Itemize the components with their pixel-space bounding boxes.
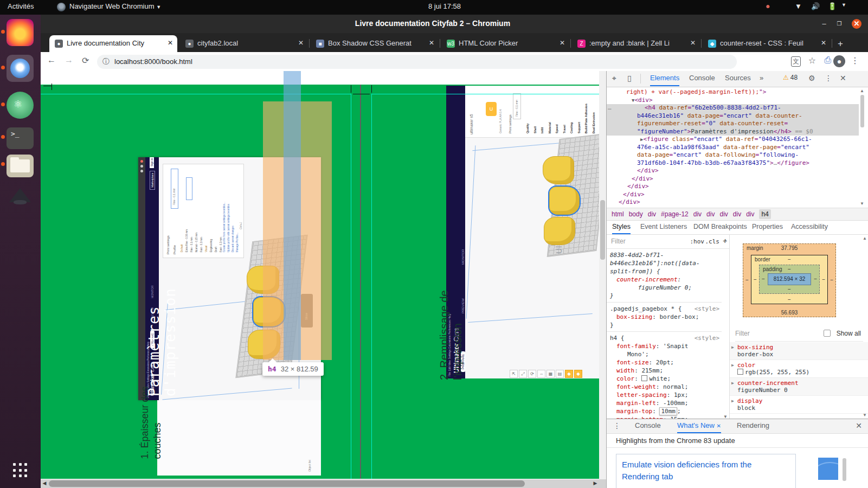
dom-line[interactable]: ▶<figure class="encart" data-ref="040432… (607, 136, 859, 144)
dom-line[interactable]: figurenumber-reset="0" data-counter-rese… (607, 120, 859, 128)
devtools-close-icon[interactable]: ✕ (840, 74, 846, 82)
model-part-selected[interactable] (549, 187, 580, 215)
breadcrumb-item-h4[interactable]: h4 (759, 209, 770, 219)
browser-tab-1[interactable]: ●cityfab2.local✕ (180, 35, 308, 52)
dom-line[interactable]: …<h4 data-ref="6b2eb500-8838-4dd2-bf71- (607, 104, 859, 112)
cura-tool-icon[interactable]: ⤢ (519, 370, 527, 378)
styles-filter-input[interactable]: Filter (611, 237, 626, 246)
profile-action-link[interactable]: Manage Profiles... (236, 233, 239, 252)
cura-signin[interactable]: Sign in (150, 157, 154, 168)
dock-chromium-icon[interactable] (7, 55, 34, 82)
address-bar[interactable]: ⓘ localhost:8000/book.html (97, 55, 737, 69)
cura-tool-icon[interactable]: ⇔ (537, 370, 545, 378)
vertical-scrollbar[interactable] (599, 71, 606, 479)
dock-files-icon[interactable] (7, 155, 34, 177)
computed-prop-counter-increment[interactable]: ▶counter-incrementfigureNumber 0 (730, 378, 868, 396)
dom-line[interactable]: </div> (607, 191, 859, 199)
boxmodel-content[interactable]: 812.594 × 32 (768, 273, 811, 285)
quality-option[interactable]: Fast - 0.2 mm (200, 237, 203, 252)
browser-tab-0[interactable]: ●Livre documentation City✕ (49, 35, 177, 52)
settings-gear-icon[interactable]: ⚙ (808, 74, 815, 82)
tab-console[interactable]: Console (689, 71, 715, 85)
computed-prop-color[interactable]: ▶colorrgb(255, 255, 255) (730, 360, 868, 378)
dock-show-applications[interactable] (13, 463, 28, 478)
restore-button[interactable]: ❐ (834, 19, 844, 29)
clock[interactable]: 8 jui 17:58 (428, 2, 461, 10)
new-tab-button[interactable]: + (838, 38, 843, 49)
tab-close-icon[interactable]: ✕ (560, 39, 565, 47)
computed-scroll-down-icon[interactable]: ▼ (862, 413, 867, 418)
browser-menu-icon[interactable]: ⋮ (851, 55, 859, 66)
cura-marketplace[interactable]: Marketplace (150, 171, 155, 190)
object-list-label[interactable]: Object list (308, 460, 311, 472)
breadcrumb-item-#page-12[interactable]: #page-12 (661, 210, 689, 218)
computed-prop-display[interactable]: ▶displayblock (730, 396, 868, 414)
boxmodel-padding[interactable]: padding − − − − 812.594 × 32 (759, 265, 820, 294)
cura-category-shell[interactable]: Shell (533, 126, 537, 133)
breadcrumb-item-div[interactable]: div (746, 210, 754, 218)
quality-option[interactable]: Engineering (210, 239, 213, 252)
cura-category-material[interactable]: Material (548, 122, 551, 133)
cura-category-support[interactable]: Support (577, 122, 581, 133)
material-chip[interactable]: U (486, 102, 497, 116)
minimize-button[interactable]: – (819, 19, 829, 29)
dom-line[interactable]: ▼<div> (607, 97, 859, 105)
cura-category-cooling[interactable]: Cooling (570, 123, 573, 133)
dom-line[interactable]: "figureNumber">Paramètres d'impression</… (607, 128, 859, 136)
drawer-tab-whats-new[interactable]: What's New ✕ (677, 419, 721, 433)
tab-elements[interactable]: Elements (650, 71, 679, 86)
profile-action-link[interactable]: Create profile from current settings/ove… (223, 202, 226, 252)
quality-option[interactable]: Fast - 0.2 mm (220, 237, 222, 252)
style-rule[interactable]: <style>h4 { font-family: 'Snapit Mono';f… (607, 332, 722, 419)
breadcrumb-item-div[interactable]: div (733, 210, 741, 218)
quality-option[interactable]: Visual (205, 246, 208, 252)
printer-name[interactable]: ultimaker s5 (470, 114, 473, 134)
print-icon[interactable]: ⎙ (824, 55, 831, 65)
breadcrumb-item-div[interactable]: div (648, 210, 656, 218)
drawer-close-icon[interactable]: ✕ (856, 421, 862, 430)
cura-tool-icon[interactable]: ⇱ (510, 370, 518, 378)
model-part[interactable] (544, 217, 575, 245)
stylesheet-origin-link[interactable]: <style> (695, 334, 719, 342)
boxmodel-border[interactable]: border − − − − padding − − − − 812.594 ×… (751, 255, 828, 304)
browser-tab-3[interactable]: w3HTML Color Picker✕ (441, 35, 569, 52)
more-tabs-icon[interactable]: » (760, 71, 763, 85)
dom-line[interactable]: </div> (607, 198, 859, 207)
dom-line[interactable]: 371df6b0-104f-47bb-b3db-e67aa3f84375">…<… (607, 159, 859, 168)
whats-new-link-card[interactable]: Emulate vision deficiencies from the Ren… (616, 454, 796, 488)
cura-tool-icon[interactable]: ▦ (546, 370, 555, 378)
tab-sources[interactable]: Sources (725, 71, 751, 85)
drawer-tab-rendering[interactable]: Rendering (737, 419, 769, 432)
tab-close-icon[interactable]: ✕ (168, 39, 173, 47)
tab-close-icon[interactable]: ✕ (429, 39, 434, 47)
tab-close-icon[interactable]: ✕ (821, 39, 826, 47)
back-button[interactable]: ← (47, 55, 56, 65)
close-button[interactable]: ✕ (852, 19, 861, 29)
show-all-checkbox[interactable] (824, 330, 831, 337)
quality-option[interactable]: Normal - 0.15 mm (195, 233, 198, 252)
profile-action-link[interactable]: Discard current changes (232, 226, 234, 252)
tab-dom-breakpoints[interactable]: DOM Breakpoints (693, 220, 747, 233)
drawer-tab-console[interactable]: Console (635, 419, 661, 432)
styles-scroll-up-icon[interactable]: ▲ (723, 236, 728, 244)
browser-tab-5[interactable]: ◆counter-reset - CSS : Feuil✕ (703, 35, 831, 52)
cls-toggle[interactable]: .cls (705, 237, 720, 246)
cura-tool-icon[interactable]: ▤ (556, 370, 564, 378)
browser-tab-4[interactable]: Z:empty and :blank | Zell Li✕ (572, 35, 700, 52)
breadcrumb-item-div[interactable]: div (706, 210, 715, 218)
site-info-icon[interactable]: ⓘ (102, 55, 110, 69)
tab-accessibility[interactable]: Accessibility (791, 220, 828, 233)
dom-line[interactable]: </div> (607, 167, 859, 175)
drawer-tab-close-icon[interactable]: ✕ (717, 423, 721, 429)
breadcrumb-item-div[interactable]: div (693, 210, 702, 218)
profile-avatar[interactable]: ● (833, 55, 845, 67)
cura-extruder-icon[interactable]: ◆ (565, 370, 573, 378)
reload-button[interactable]: ⟳ (82, 55, 89, 66)
dom-line[interactable]: </div> (607, 175, 859, 183)
dom-line[interactable]: b446ec31eb16" data-page="encart" data-co… (607, 112, 859, 120)
color-swatch[interactable] (641, 375, 647, 381)
cura-category-dual-extrusion[interactable]: Dual Extrusion (592, 112, 595, 133)
quality-option[interactable]: Fine - 0.1 mm (190, 237, 193, 252)
translate-icon[interactable]: 文 (791, 56, 801, 67)
scroll-left-arrow-icon[interactable]: ◀ (41, 479, 48, 488)
